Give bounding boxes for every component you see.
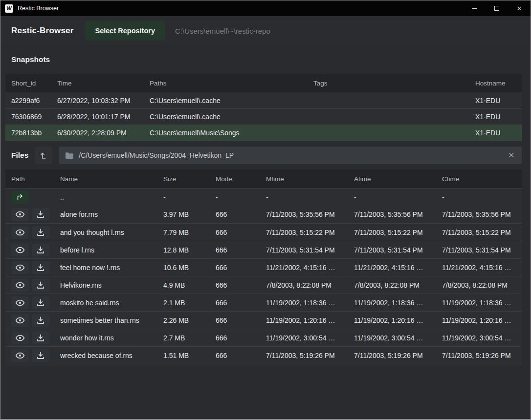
file-name: Helvikone.rns — [60, 281, 163, 289]
file-size: 1.51 MB — [163, 352, 216, 359]
file-row[interactable]: alone for.rns 3.97 MB 666 7/11/2003, 5:3… — [5, 206, 522, 223]
snapshot-row[interactable]: 72b813bb 6/30/2022, 2:28:09 PM C:\Users\… — [5, 125, 522, 141]
file-name: moskito he said.rns — [60, 299, 163, 307]
view-file-button[interactable] — [11, 226, 29, 239]
view-file-button[interactable] — [11, 349, 29, 362]
close-icon: ✕ — [517, 5, 522, 12]
file-mode: 666 — [216, 352, 266, 359]
download-icon — [37, 210, 44, 218]
eye-icon — [15, 352, 25, 359]
file-mtime: 7/8/2003, 8:22:08 PM — [266, 281, 354, 289]
file-mtime: 11/19/2002, 1:18:36 … — [266, 299, 354, 307]
file-mode: 666 — [216, 264, 266, 272]
column-header-short-id: Short_id — [5, 80, 57, 87]
snapshots-table: Short_id Time Paths Tags Hostname a2299a… — [5, 74, 522, 141]
file-name: alone for.rns — [60, 210, 163, 218]
snapshot-short-id: a2299af6 — [5, 97, 57, 105]
eye-icon — [15, 264, 25, 271]
snapshot-time: 6/27/2022, 10:03:32 PM — [57, 97, 150, 105]
parent-arrow-icon — [16, 193, 24, 202]
download-file-button[interactable] — [32, 349, 49, 362]
file-mode: 666 — [216, 334, 266, 342]
file-row[interactable]: before l.rns 12.8 MB 666 7/11/2003, 5:31… — [5, 241, 522, 258]
file-name: wonder how it.rns — [60, 334, 163, 342]
folder-icon — [65, 152, 74, 159]
parent-directory-row[interactable]: .. - - - - - — [5, 188, 522, 206]
column-header-ctime: Ctime — [442, 175, 522, 183]
file-atime: 7/8/2003, 8:22:08 PM — [354, 281, 442, 289]
file-mode: 666 — [216, 210, 266, 218]
file-row[interactable]: wrecked because of.rns 1.51 MB 666 7/11/… — [5, 346, 522, 364]
file-mtime: 11/19/2002, 1:20:16 … — [266, 316, 354, 324]
snapshot-short-id: 72b813bb — [5, 129, 57, 137]
file-row[interactable]: sometimes better than.rns 2.26 MB 666 11… — [5, 311, 522, 329]
view-file-button[interactable] — [11, 314, 29, 327]
download-file-button[interactable] — [32, 314, 49, 327]
column-header-atime: Atime — [354, 175, 442, 183]
view-file-button[interactable] — [11, 244, 29, 256]
file-row[interactable]: wonder how it.rns 2.7 MB 666 11/19/2002,… — [5, 329, 522, 346]
download-file-button[interactable] — [32, 279, 49, 292]
level-up-arrow-icon — [39, 151, 48, 160]
file-name: before l.rns — [60, 246, 163, 254]
column-header-paths: Paths — [150, 80, 313, 87]
current-path-input[interactable]: /C/Users/emuell/Music/Songs/2004_Helveti… — [59, 147, 522, 164]
snapshot-row[interactable]: a2299af6 6/27/2022, 10:03:32 PM C:\Users… — [5, 92, 522, 108]
file-name: sometimes better than.rns — [60, 316, 163, 324]
download-file-button[interactable] — [32, 244, 49, 256]
file-atime: 7/11/2003, 5:31:54 PM — [354, 246, 442, 254]
files-title: Files — [11, 151, 28, 160]
download-icon — [37, 281, 44, 289]
file-atime: 11/19/2002, 1:18:36 … — [354, 299, 442, 307]
wails-app-icon: W — [5, 4, 13, 13]
file-actions — [5, 244, 60, 256]
download-file-button[interactable] — [32, 261, 49, 274]
column-header-time: Time — [57, 80, 150, 87]
file-ctime: 7/8/2003, 8:22:08 PM — [442, 281, 522, 289]
download-file-button[interactable] — [32, 332, 49, 344]
column-header-mode: Mode — [216, 175, 266, 183]
minimize-button[interactable] — [463, 0, 486, 16]
app-window: W Restic Browser ✕ Restic-Browser Select… — [0, 0, 531, 420]
file-size: 3.97 MB — [163, 210, 216, 218]
snapshots-title: Snapshots — [11, 55, 50, 64]
download-file-button[interactable] — [32, 226, 49, 239]
file-ctime: 11/19/2002, 1:18:36 … — [442, 299, 522, 307]
go-up-level-button[interactable] — [35, 147, 52, 164]
file-row[interactable]: moskito he said.rns 2.1 MB 666 11/19/200… — [5, 294, 522, 311]
view-file-button[interactable] — [11, 208, 29, 221]
snapshots-table-header: Short_id Time Paths Tags Hostname — [5, 74, 522, 92]
clear-path-button[interactable]: ✕ — [507, 151, 515, 160]
files-table-body: alone for.rns 3.97 MB 666 7/11/2003, 5:3… — [5, 206, 522, 364]
window-controls: ✕ — [463, 0, 531, 16]
maximize-button[interactable] — [486, 0, 508, 16]
file-row[interactable]: Helvikone.rns 4.9 MB 666 7/8/2003, 8:22:… — [5, 276, 522, 294]
download-file-button[interactable] — [32, 296, 49, 309]
empty-area — [0, 364, 531, 419]
view-file-button[interactable] — [11, 296, 29, 309]
file-mtime: 11/19/2002, 3:00:54 … — [266, 334, 354, 342]
close-button[interactable]: ✕ — [508, 0, 531, 16]
file-row[interactable]: and you thought l.rns 7.79 MB 666 7/11/2… — [5, 223, 522, 241]
snapshot-hostname: X1-EDU — [475, 97, 522, 105]
download-file-button[interactable] — [32, 208, 49, 221]
snapshot-time: 6/28/2022, 10:01:17 PM — [57, 113, 150, 121]
file-ctime: 11/19/2002, 1:20:16 … — [442, 316, 522, 324]
file-atime: 11/21/2002, 4:15:16 … — [354, 264, 442, 272]
parent-directory-mode: - — [216, 193, 266, 201]
files-table-header: Path Name Size Mode Mtime Atime Ctime — [5, 169, 522, 188]
select-repository-button[interactable]: Select Repository — [85, 21, 166, 41]
column-header-name: Name — [60, 175, 163, 183]
download-icon — [37, 352, 44, 359]
file-row[interactable]: feel home now !.rns 10.6 MB 666 11/21/20… — [5, 258, 522, 276]
view-file-button[interactable] — [11, 332, 29, 344]
snapshot-row[interactable]: 76306869 6/28/2022, 10:01:17 PM C:\Users… — [5, 108, 522, 125]
eye-icon — [15, 282, 25, 289]
file-mode: 666 — [216, 229, 266, 236]
file-actions — [5, 208, 60, 221]
view-file-button[interactable] — [11, 279, 29, 292]
repository-path: C:\Users\emuell\~\restic-repo — [175, 27, 270, 35]
snapshot-time: 6/30/2022, 2:28:09 PM — [57, 129, 150, 137]
go-to-parent-button[interactable] — [11, 191, 29, 204]
view-file-button[interactable] — [11, 261, 29, 274]
